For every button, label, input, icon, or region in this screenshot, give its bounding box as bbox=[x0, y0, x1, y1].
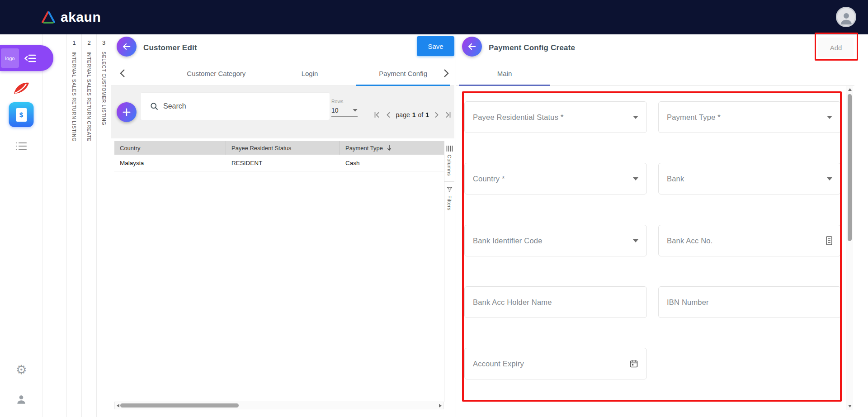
sidebar: logo $ ⚙ bbox=[0, 34, 43, 417]
search-input[interactable] bbox=[163, 102, 312, 110]
prev-page-button[interactable] bbox=[386, 111, 391, 118]
column-label: Country bbox=[120, 145, 141, 152]
dropdown-caret-icon bbox=[633, 177, 638, 180]
settings-gear-icon[interactable]: ⚙ bbox=[15, 364, 27, 376]
field-label: Bank Acc No. bbox=[667, 237, 712, 245]
tabs-scroll-right-button[interactable] bbox=[443, 69, 449, 80]
app-window: akaun logo $ bbox=[0, 0, 868, 417]
wizard-step-1[interactable]: 1 INTERNAL SALES RETURN LISTING bbox=[66, 34, 81, 417]
column-label: Payee Resident Status bbox=[231, 145, 291, 152]
back-button[interactable] bbox=[117, 37, 137, 57]
payment-config-header: Payment Config Create Add bbox=[456, 34, 854, 61]
table-row[interactable]: Malaysia RESIDENT Cash bbox=[114, 155, 444, 171]
column-header-country[interactable]: Country bbox=[114, 141, 226, 155]
page-word: page bbox=[396, 111, 410, 118]
field-bank[interactable]: Bank bbox=[658, 163, 841, 194]
rows-per-page-label: Rows bbox=[331, 99, 343, 104]
person-icon bbox=[839, 10, 854, 26]
first-page-button[interactable] bbox=[373, 111, 381, 118]
back-button[interactable] bbox=[462, 37, 482, 57]
first-page-icon bbox=[373, 111, 381, 118]
field-label: Payee Residential Status * bbox=[473, 113, 564, 122]
scrollbar-thumb[interactable] bbox=[120, 403, 239, 408]
field-label: Bank bbox=[667, 175, 684, 183]
current-page-number: 1 bbox=[412, 111, 416, 118]
field-bank-acc-holder-name[interactable]: Bank Acc Holder Name bbox=[464, 286, 647, 318]
customer-edit-tabbar: Customer Category Login Payment Config bbox=[111, 61, 454, 86]
tab-customer-category[interactable]: Customer Category bbox=[170, 61, 263, 85]
columns-tool[interactable]: Columns bbox=[444, 141, 454, 182]
save-button[interactable]: Save bbox=[417, 36, 454, 56]
field-label: IBN Number bbox=[667, 298, 709, 307]
page-title: Payment Config Create bbox=[489, 43, 575, 52]
table-side-tools: Columns Filters bbox=[444, 141, 454, 402]
chevron-right-icon bbox=[434, 111, 439, 118]
profile-icon[interactable] bbox=[15, 393, 27, 405]
scroll-down-icon[interactable] bbox=[848, 405, 852, 408]
tab-main[interactable]: Main bbox=[459, 61, 550, 85]
field-account-expiry[interactable]: Account Expiry bbox=[464, 348, 647, 379]
filters-tool-label: Filters bbox=[447, 195, 452, 210]
plus-icon bbox=[122, 107, 132, 117]
vertical-scrollbar[interactable] bbox=[846, 86, 853, 410]
field-label: Country * bbox=[473, 175, 505, 183]
wizard-step-number: 1 bbox=[72, 39, 75, 46]
cell-payee-resident-status: RESIDENT bbox=[226, 160, 340, 166]
field-label: Bank Identifier Code bbox=[473, 237, 542, 245]
menu-list-icon[interactable] bbox=[15, 141, 27, 151]
column-header-payee-resident-status[interactable]: Payee Resident Status bbox=[226, 141, 340, 155]
field-country[interactable]: Country * bbox=[464, 163, 647, 194]
column-header-payment-type[interactable]: Payment Type bbox=[340, 141, 444, 155]
payment-config-tabbar: Main bbox=[456, 61, 854, 86]
field-payment-type[interactable]: Payment Type * bbox=[658, 101, 841, 133]
wizard-step-2[interactable]: 2 INTERNAL SALES RETURN CREATE bbox=[81, 34, 96, 417]
next-page-button[interactable] bbox=[434, 111, 439, 118]
field-bank-acc-no[interactable]: Bank Acc No. bbox=[658, 225, 841, 256]
red-app-icon[interactable] bbox=[12, 80, 31, 97]
rows-per-page-select[interactable]: 10 bbox=[331, 107, 358, 117]
tab-payment-config[interactable]: Payment Config bbox=[356, 61, 450, 85]
tab-list: Customer Category Login Payment Config bbox=[170, 61, 450, 85]
wizard-step-label: INTERNAL SALES RETURN CREATE bbox=[86, 52, 92, 142]
numeric-keypad-icon bbox=[826, 236, 832, 245]
of-word: of bbox=[418, 111, 424, 118]
arrow-left-icon bbox=[122, 42, 132, 52]
brand-name: akaun bbox=[61, 9, 101, 25]
dropdown-caret-icon bbox=[827, 116, 832, 119]
page-indicator: page 1 of 1 bbox=[396, 111, 429, 118]
wizard-step-label: SELECT CUSTOMER LISTING bbox=[101, 52, 107, 125]
tab-login[interactable]: Login bbox=[263, 61, 357, 85]
field-payee-residential-status[interactable]: Payee Residential Status * bbox=[464, 101, 647, 133]
scroll-right-icon[interactable] bbox=[439, 404, 442, 408]
wizard-step-3[interactable]: 3 SELECT CUSTOMER LISTING bbox=[96, 34, 111, 417]
dropdown-caret-icon bbox=[353, 109, 358, 112]
field-label: Payment Type * bbox=[667, 113, 721, 122]
filter-icon bbox=[447, 186, 453, 192]
user-avatar[interactable] bbox=[836, 7, 856, 27]
billing-app-icon[interactable]: $ bbox=[9, 102, 34, 127]
wizard-step-label: INTERNAL SALES RETURN LISTING bbox=[71, 52, 77, 142]
field-ibn-number[interactable]: IBN Number bbox=[658, 286, 841, 318]
last-page-button[interactable] bbox=[444, 111, 452, 118]
list-lines-icon bbox=[15, 141, 27, 151]
person-icon bbox=[15, 393, 27, 405]
dropdown-caret-icon bbox=[633, 116, 638, 119]
add-record-button[interactable] bbox=[117, 102, 137, 122]
tabs-scroll-left-button[interactable] bbox=[120, 69, 125, 80]
page-title: Customer Edit bbox=[143, 43, 197, 52]
field-bank-identifier-code[interactable]: Bank Identifier Code bbox=[464, 225, 647, 256]
sidebar-logo-toggle[interactable]: logo bbox=[0, 45, 53, 71]
columns-tool-label: Columns bbox=[447, 155, 452, 176]
wizard-step-number: 2 bbox=[87, 39, 90, 46]
scroll-up-icon[interactable] bbox=[848, 88, 852, 91]
chevron-left-icon bbox=[386, 111, 391, 118]
scrollbar-thumb[interactable] bbox=[848, 94, 852, 241]
filters-tool[interactable]: Filters bbox=[444, 182, 454, 216]
horizontal-scrollbar[interactable] bbox=[114, 402, 444, 409]
red-swoosh-icon bbox=[12, 80, 30, 96]
menu-open-icon bbox=[24, 54, 36, 63]
add-button[interactable]: Add bbox=[818, 38, 854, 57]
calendar-icon[interactable] bbox=[629, 359, 638, 368]
column-label: Payment Type bbox=[345, 145, 383, 152]
scroll-left-icon[interactable] bbox=[117, 404, 119, 408]
